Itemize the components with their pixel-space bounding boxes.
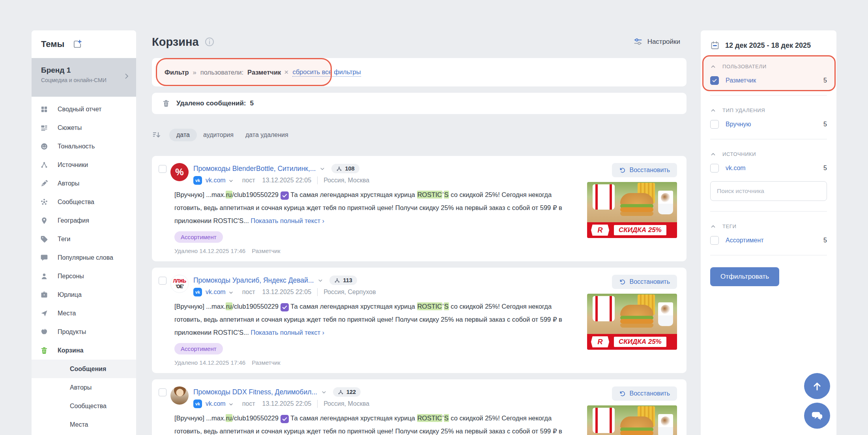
- source-link[interactable]: vk.com: [206, 400, 226, 407]
- post-image-thumbnail[interactable]: R СКИДКА 25%: [587, 294, 677, 350]
- sidebar-item-6[interactable]: География: [32, 211, 136, 230]
- message-title-link[interactable]: Промокоды DDX Fitness, Делимобил...: [193, 388, 317, 396]
- audience-count: 122: [346, 389, 356, 395]
- filter-option-label[interactable]: Разметчик: [726, 77, 756, 84]
- tag-pill[interactable]: Ассортимент: [174, 231, 223, 243]
- settings-button[interactable]: Настройки: [633, 37, 680, 47]
- source-search-input[interactable]: [710, 181, 827, 201]
- topics-title: Темы: [41, 39, 64, 49]
- sidebar-item-9[interactable]: Персоны: [32, 267, 136, 285]
- message-card-3: Промокоды DDX Fitness, Делимобил... 122 …: [152, 379, 687, 435]
- sidebar-subitem-14[interactable]: Сообщения: [32, 360, 136, 378]
- filter-option-label[interactable]: vk.com: [726, 165, 746, 172]
- show-full-text-link[interactable]: Показать полный текст ›: [251, 329, 324, 336]
- sidebar-item-10[interactable]: Юрлица: [32, 285, 136, 304]
- chevron-right-icon[interactable]: [123, 72, 131, 80]
- source-link[interactable]: vk.com: [206, 177, 226, 184]
- sidebar-subitem-15[interactable]: Авторы: [32, 378, 136, 397]
- section-collapse-toggle[interactable]: ТЕГИ: [710, 223, 827, 229]
- message-title-link[interactable]: Промокоды Уралсиб, Яндекс Девай...: [193, 276, 314, 285]
- network-icon: [40, 161, 48, 169]
- post-image-thumbnail[interactable]: R СКИДКА 25%: [587, 405, 677, 435]
- filter-field-name: пользователи:: [200, 69, 243, 76]
- sidebar-subitem-16[interactable]: Сообщества: [32, 397, 136, 415]
- restore-icon: [619, 167, 626, 174]
- sidebar-item-8[interactable]: Популярные слова: [32, 248, 136, 267]
- filter-sections: ПОЛЬЗОВАТЕЛИ Разметчик 5 ТИП УДАЛЕНИЯ Вр…: [710, 50, 827, 255]
- date-range-picker[interactable]: 12 дек 2025 - 18 дек 2025: [710, 41, 827, 50]
- filter-option-row: Разметчик 5: [710, 76, 827, 85]
- tag-pill[interactable]: Ассортимент: [174, 343, 223, 354]
- restore-button[interactable]: Восстановить: [612, 163, 677, 177]
- avatar[interactable]: ЛЛЖЬ’ОЕ’: [170, 275, 189, 293]
- section-collapse-toggle[interactable]: ИСТОЧНИКИ: [710, 151, 827, 157]
- filter-option-label[interactable]: Ассортимент: [726, 237, 764, 244]
- remove-filter-icon[interactable]: ×: [284, 68, 288, 77]
- rostics-logo: R: [591, 336, 609, 347]
- apply-filter-button[interactable]: Отфильтровать: [710, 267, 779, 286]
- section-collapse-toggle[interactable]: ПОЛЬЗОВАТЕЛИ: [710, 64, 827, 69]
- sidebar-item-2[interactable]: Тональность: [32, 137, 136, 156]
- section-title: ТИП УДАЛЕНИЯ: [722, 107, 765, 113]
- comment-icon: [40, 254, 48, 262]
- icecream-graphic: [658, 414, 673, 435]
- sidebar-item-0[interactable]: Сводный отчет: [32, 100, 136, 118]
- person-icon: [40, 272, 48, 280]
- vk-icon: vk: [193, 288, 202, 296]
- chevron-down-icon[interactable]: [321, 390, 327, 395]
- message-checkbox[interactable]: [159, 277, 166, 285]
- sidebar-item-13[interactable]: Корзина: [32, 341, 136, 360]
- avatar[interactable]: %: [170, 163, 189, 181]
- add-topic-icon[interactable]: [72, 39, 82, 49]
- brand-selector[interactable]: Бренд 1 Соцмедиа и онлайн-СМИ: [32, 58, 136, 97]
- support-chat-button[interactable]: [804, 403, 830, 429]
- sidebar-item-4[interactable]: Авторы: [32, 174, 136, 193]
- chevron-down-icon[interactable]: [320, 166, 325, 172]
- sort-tab-audience[interactable]: аудитория: [203, 131, 234, 139]
- briefcase-icon: [40, 291, 48, 299]
- scroll-to-top-button[interactable]: [804, 373, 830, 399]
- show-full-text-link[interactable]: Показать полный текст ›: [251, 217, 324, 224]
- message-checkbox[interactable]: [159, 388, 166, 396]
- smiley-icon: [40, 142, 48, 150]
- sidebar-item-3[interactable]: Источники: [32, 156, 136, 174]
- sidebar-item-11[interactable]: Места: [32, 304, 136, 322]
- filter-checkbox[interactable]: [710, 164, 719, 172]
- chevron-down-icon[interactable]: [318, 278, 323, 283]
- filter-checkbox[interactable]: [710, 76, 719, 85]
- brand-name: Бренд 1: [41, 66, 127, 75]
- section-collapse-toggle[interactable]: ТИП УДАЛЕНИЯ: [710, 107, 827, 113]
- chevron-down-icon[interactable]: [228, 402, 234, 407]
- source-link[interactable]: vk.com: [206, 289, 226, 296]
- message-title-link[interactable]: Промокоды BlenderBottle, Ситилинк,...: [193, 165, 316, 173]
- chevron-down-icon[interactable]: [228, 290, 234, 295]
- sidebar-item-7[interactable]: Теги: [32, 230, 136, 248]
- sort-tab-date[interactable]: дата: [169, 129, 197, 141]
- filter-checkbox[interactable]: [710, 236, 719, 245]
- chevron-down-icon[interactable]: [228, 178, 234, 184]
- restore-button[interactable]: Восстановить: [612, 386, 677, 401]
- message-checkbox[interactable]: [159, 165, 166, 173]
- sidebar-item-1[interactable]: Сюжеты: [32, 118, 136, 137]
- restore-button[interactable]: Восстановить: [612, 275, 677, 289]
- section-title: ИСТОЧНИКИ: [722, 151, 756, 157]
- sidebar-item-12[interactable]: Продукты: [32, 322, 136, 341]
- filter-section-2: ИСТОЧНИКИ vk.com 5: [710, 139, 827, 212]
- avatar[interactable]: [170, 386, 189, 405]
- post-image-thumbnail[interactable]: R СКИДКА 25%: [587, 182, 677, 238]
- sidebar-subitem-17[interactable]: Места: [32, 415, 136, 434]
- sort-order-icon[interactable]: [152, 131, 161, 139]
- filter-option-row: Вручную 5: [710, 120, 827, 129]
- filter-checkbox[interactable]: [710, 120, 719, 129]
- sort-tab-deletion-date[interactable]: дата удаления: [245, 131, 288, 139]
- food-bucket-graphic: [593, 184, 615, 210]
- audience-count: 113: [343, 277, 352, 283]
- topics-sidebar: Темы Бренд 1 Соцмедиа и онлайн-СМИ Сводн…: [32, 30, 136, 435]
- brand-subtitle: Соцмедиа и онлайн-СМИ: [41, 77, 127, 83]
- info-icon[interactable]: [204, 37, 215, 47]
- post-datetime: 13.12.2025 22:05: [262, 289, 312, 296]
- filter-option-label[interactable]: Вручную: [726, 121, 751, 128]
- deleted-info-row: Удалено 14.12.2025 17:46 Разметчик: [174, 359, 586, 366]
- sidebar-item-5[interactable]: Сообщества: [32, 193, 136, 211]
- clear-all-filters-link[interactable]: сбросить все фильтры: [292, 68, 361, 77]
